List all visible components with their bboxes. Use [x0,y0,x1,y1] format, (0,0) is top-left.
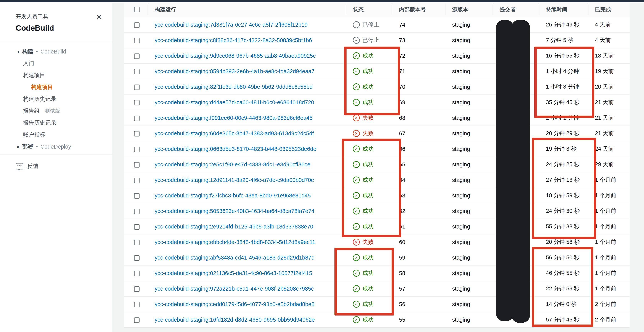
status-label: 成功 [362,207,374,215]
row-checkbox-cell [124,192,148,199]
build-run-link[interactable]: ycc-codebuild-staging:8594b393-2e6b-4a1b… [155,68,314,74]
completed-cell: 4 天前 [588,21,630,28]
row-checkbox[interactable] [134,100,140,106]
completed-cell: 29 天前 [588,161,630,168]
row-checkbox[interactable] [134,131,140,136]
duration-cell: 56 分钟 50 秒 [539,254,588,262]
build-run-link[interactable]: ycc-codebuild-staging:5053623e-40b3-4634… [155,208,314,214]
completed-cell: 21 天前 [588,98,630,106]
status-cell: ✓ 成功 [346,83,392,91]
build-run-link[interactable]: ycc-codebuild-staging:82f1fe3d-db80-49be… [155,84,312,90]
status-icon: ✓ [353,176,360,184]
row-checkbox[interactable] [134,286,140,292]
status-cell: ✓ 成功 [346,300,392,308]
row-checkbox[interactable] [134,178,140,183]
column-header-status[interactable]: 状态 [346,4,392,15]
row-checkbox[interactable] [134,302,140,307]
row-checkbox[interactable] [134,209,140,214]
column-header-build-number[interactable]: 内部版本号 [392,4,445,15]
build-run-link[interactable]: ycc-codebuild-staging:d44ae57d-ca60-481f… [155,99,314,106]
column-header-duration[interactable]: 持续时间 [539,4,588,15]
build-run-link[interactable]: ycc-codebuild-staging:972a221b-c5a1-447e… [155,286,314,292]
sidebar-item-link[interactable]: 构建历史记录 [0,93,112,105]
build-number-cell: 60 [392,239,445,245]
source-version-cell: staging [445,22,493,28]
build-runs-table: 构建运行 状态 内部版本号 源版本 提交者 持续时间 已完成 ycc-codeb… [124,2,630,324]
column-header-committer[interactable]: 提交者 [493,4,539,15]
row-checkbox[interactable] [134,240,140,245]
build-run-link[interactable]: ycc-codebuild-staging:abf5348a-cd41-4546… [155,254,314,261]
source-version-cell: staging [445,286,493,292]
status-icon: ✓ [353,316,360,323]
sidebar-group-build[interactable]: ▼ 构建 • CodeBuild [0,46,112,58]
table-row: ycc-codebuild-staging:60de365c-8b47-4383… [124,126,630,141]
sidebar-item-link[interactable]: 报告历史记录 [0,117,112,129]
duration-cell: 7 分钟 5 秒 [539,36,588,44]
row-checkbox[interactable] [134,318,140,323]
sidebar-title: CodeBuild [16,24,104,32]
build-run-link[interactable]: ycc-codebuild-staging:16fd182d-d8d2-4650… [155,317,315,323]
build-run-link[interactable]: ycc-codebuild-staging:2e9214fd-b125-46b5… [155,224,313,230]
column-header-source-version[interactable]: 源版本 [445,4,493,15]
row-checkbox[interactable] [134,84,140,90]
build-run-link[interactable]: ycc-codebuild-staging:cedd0179-f5d6-4077… [155,301,314,307]
status-label: 失败 [362,114,374,122]
completed-cell: 1 个月前 [588,192,630,199]
status-icon: ✓ [353,99,360,106]
row-checkbox[interactable] [134,255,140,261]
status-icon: − [353,21,360,28]
completed-cell: 2 个月前 [588,316,630,324]
column-header-build-run[interactable]: 构建运行 [148,4,346,15]
status-label: 成功 [362,316,374,324]
build-run-link[interactable]: ycc-codebuild-staging:12d91141-8a20-4f6e… [155,177,314,183]
row-checkbox[interactable] [134,271,140,276]
build-run-link[interactable]: ycc-codebuild-staging:f27fcbc3-b6fc-43ea… [155,192,311,198]
close-icon[interactable]: ✕ [96,14,102,21]
build-number-cell: 59 [392,254,445,261]
row-checkbox[interactable] [134,116,140,121]
status-label: 已停止 [362,36,379,44]
row-checkbox[interactable] [134,162,140,168]
chevron-right-icon[interactable]: ▶ [15,144,22,149]
row-checkbox[interactable] [134,54,140,59]
build-run-link[interactable]: ycc-codebuild-staging:2e5c1f90-e47d-4338… [155,162,310,168]
duration-cell: 16 分钟 55 秒 [539,52,588,60]
duration-cell: 24 分钟 30 秒 [539,207,588,215]
build-run-link[interactable]: ycc-codebuild-staging:9d9ce068-967b-4685… [155,53,316,59]
status-label: 成功 [362,192,374,199]
sidebar-item-current[interactable]: 构建项目 [0,81,112,93]
select-all-checkbox[interactable] [134,7,140,12]
build-run-link[interactable]: ycc-codebuild-staging:0663d5e3-8170-4823… [155,146,316,152]
build-number-cell: 71 [392,68,445,74]
sidebar-item-link[interactable]: 构建项目 [0,70,112,81]
status-label: 成功 [362,145,374,153]
completed-cell: 13 天前 [588,52,630,60]
sidebar-group-deploy[interactable]: ▶ 部署 • CodeDeploy [0,141,112,152]
build-run-link[interactable]: ycc-codebuild-staging:c8f38c36-417c-4322… [155,37,312,43]
row-checkbox[interactable] [134,224,140,230]
completed-cell: 1 个月前 [588,207,630,215]
build-run-link[interactable]: ycc-codebuild-staging:ebbcb4de-3845-4bd8… [155,239,315,245]
build-number-cell: 56 [392,301,445,308]
sidebar-item-link[interactable]: 入门 [0,58,112,70]
column-header-completed[interactable]: 已完成 [588,4,630,15]
row-checkbox[interactable] [134,38,140,43]
build-run-link[interactable]: ycc-codebuild-staging:60de365c-8b47-4383… [155,130,314,136]
build-run-link[interactable]: ycc-codebuild-staging:7d331f7a-6c27-4c6c… [155,22,308,28]
status-label: 成功 [362,223,374,230]
build-run-link[interactable]: ycc-codebuild-staging:f991ee60-00c9-4463… [155,115,312,121]
row-checkbox[interactable] [134,69,140,74]
source-version-cell: staging [445,99,493,106]
row-checkbox[interactable] [134,22,140,28]
status-cell: ✓ 成功 [346,52,392,60]
duration-cell: 14 分钟 0 秒 [539,300,588,308]
build-run-link[interactable]: ycc-codebuild-staging:021136c5-de31-4c90… [155,270,312,276]
row-checkbox[interactable] [134,147,140,152]
chevron-down-icon[interactable]: ▼ [15,50,22,54]
sidebar-item-link[interactable]: 报告组测试版 [0,105,112,117]
feedback-link[interactable]: ••• 反馈 [0,155,112,170]
row-checkbox[interactable] [134,193,140,198]
sidebar: 开发人员工具 CodeBuild ✕ ▼ 构建 • CodeBuild 入门构建… [0,2,112,332]
sidebar-item-link[interactable]: 账户指标 [0,129,112,141]
status-label: 成功 [362,68,374,75]
